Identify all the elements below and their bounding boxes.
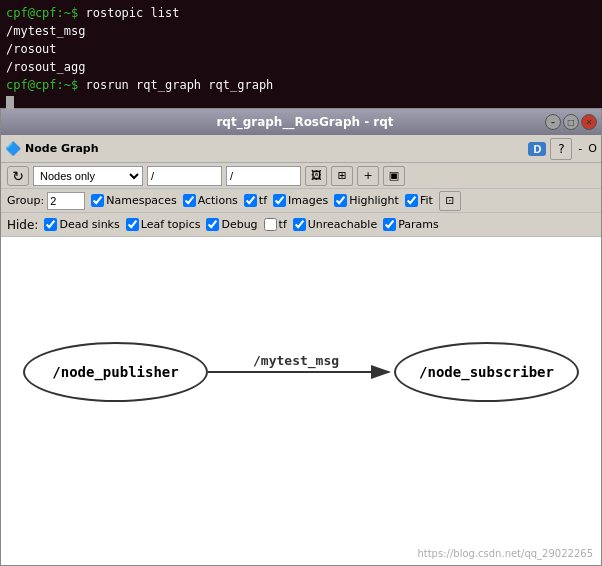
params-checkbox[interactable] xyxy=(383,218,396,231)
images-option[interactable]: Images xyxy=(273,194,328,207)
params-label: Params xyxy=(398,218,439,231)
leaf-topics-option[interactable]: Leaf topics xyxy=(126,218,201,231)
highlight-checkbox[interactable] xyxy=(334,194,347,207)
titlebar: rqt_graph__RosGraph - rqt – □ ✕ xyxy=(1,109,601,135)
node-publisher[interactable]: /node_publisher xyxy=(23,342,208,402)
debug-label: Debug xyxy=(221,218,257,231)
filter-input-2[interactable] xyxy=(226,166,301,186)
group-option: Group: xyxy=(7,192,85,210)
window-buttons: – □ ✕ xyxy=(545,114,597,130)
group-label: Group: xyxy=(7,194,44,207)
actions-label: Actions xyxy=(198,194,238,207)
screenshot-button[interactable]: 🖼 xyxy=(305,166,327,186)
toolbar-close: O xyxy=(588,142,597,155)
tf-option[interactable]: tf xyxy=(244,194,267,207)
unreachable-label: Unreachable xyxy=(308,218,377,231)
terminal: cpf@cpf:~$ rostopic list /mytest_msg /ro… xyxy=(0,0,602,108)
unreachable-checkbox[interactable] xyxy=(293,218,306,231)
tf2-label: tf xyxy=(279,218,287,231)
tf-label: tf xyxy=(259,194,267,207)
fit-icon-button[interactable]: ⊡ xyxy=(439,191,461,211)
highlight-option[interactable]: Highlight xyxy=(334,194,399,207)
leaf-topics-checkbox[interactable] xyxy=(126,218,139,231)
params-option[interactable]: Params xyxy=(383,218,439,231)
images-checkbox[interactable] xyxy=(273,194,286,207)
debug-checkbox[interactable] xyxy=(206,218,219,231)
fit-checkbox[interactable] xyxy=(405,194,418,207)
dead-sinks-option[interactable]: Dead sinks xyxy=(44,218,119,231)
plugin-label: Node Graph xyxy=(25,142,99,155)
term-cmd-2: rosrun rqt_graph rqt_graph xyxy=(85,78,273,92)
edge-label: /mytest_msg xyxy=(253,353,339,369)
terminal-output-1: /mytest_msg xyxy=(6,22,596,40)
actions-option[interactable]: Actions xyxy=(183,194,238,207)
tf2-checkbox[interactable] xyxy=(264,218,277,231)
term-cmd-1: rostopic list xyxy=(85,6,179,20)
actions-checkbox[interactable] xyxy=(183,194,196,207)
toolbar-dash: - xyxy=(578,142,582,155)
dead-sinks-label: Dead sinks xyxy=(59,218,119,231)
terminal-output-3: /rosout_agg xyxy=(6,58,596,76)
fit-button[interactable]: ⊞ xyxy=(331,166,353,186)
options-row-2: Hide: Dead sinks Leaf topics Debug tf Un… xyxy=(1,213,601,237)
fit-option[interactable]: Fit xyxy=(405,194,433,207)
namespaces-label: Namespaces xyxy=(106,194,176,207)
rqt-window: rqt_graph__RosGraph - rqt – □ ✕ 🔷 Node G… xyxy=(0,108,602,566)
maximize-button[interactable]: □ xyxy=(563,114,579,130)
question-icon[interactable]: ? xyxy=(550,138,572,160)
terminal-output-2: /rosout xyxy=(6,40,596,58)
close-button[interactable]: ✕ xyxy=(581,114,597,130)
node-subscriber-label: /node_subscriber xyxy=(419,364,554,380)
plugin-toolbar: 🔷 Node Graph D ? - O xyxy=(1,135,601,163)
images-label: Images xyxy=(288,194,328,207)
controls-row: ↻ Nodes only Nodes/Topics (all) Nodes/To… xyxy=(1,163,601,189)
terminal-line-2: cpf@cpf:~$ rosrun rqt_graph rqt_graph xyxy=(6,76,596,94)
filter-input-1[interactable] xyxy=(147,166,222,186)
terminal-cursor xyxy=(6,96,14,110)
debug-option[interactable]: Debug xyxy=(206,218,257,231)
view-mode-dropdown[interactable]: Nodes only Nodes/Topics (all) Nodes/Topi… xyxy=(33,166,143,186)
term-prompt-1: cpf@cpf:~$ xyxy=(6,6,85,20)
terminal-line-1: cpf@cpf:~$ rostopic list xyxy=(6,4,596,22)
group-spinner[interactable] xyxy=(47,192,85,210)
options-row-1: Group: Namespaces Actions tf Images High… xyxy=(1,189,601,213)
hide-label: Hide: xyxy=(7,218,38,232)
help-button[interactable]: D xyxy=(528,142,546,156)
namespaces-option[interactable]: Namespaces xyxy=(91,194,176,207)
watermark: https://blog.csdn.net/qq_29022265 xyxy=(417,548,593,559)
minimize-button[interactable]: – xyxy=(545,114,561,130)
leaf-topics-label: Leaf topics xyxy=(141,218,201,231)
term-prompt-2: cpf@cpf:~$ xyxy=(6,78,85,92)
node-subscriber[interactable]: /node_subscriber xyxy=(394,342,579,402)
tf-checkbox[interactable] xyxy=(244,194,257,207)
namespaces-checkbox[interactable] xyxy=(91,194,104,207)
tf2-option[interactable]: tf xyxy=(264,218,287,231)
graph-area: /mytest_msg /node_publisher /node_subscr… xyxy=(1,237,601,565)
zoom-in-button[interactable]: + xyxy=(357,166,379,186)
dead-sinks-checkbox[interactable] xyxy=(44,218,57,231)
refresh-button[interactable]: ↻ xyxy=(7,166,29,186)
window-title: rqt_graph__RosGraph - rqt xyxy=(65,115,545,129)
layout-button[interactable]: ▣ xyxy=(383,166,405,186)
fit-label: Fit xyxy=(420,194,433,207)
node-publisher-label: /node_publisher xyxy=(52,364,178,380)
node-graph-icon: 🔷 xyxy=(5,141,21,156)
highlight-label: Highlight xyxy=(349,194,399,207)
unreachable-option[interactable]: Unreachable xyxy=(293,218,377,231)
